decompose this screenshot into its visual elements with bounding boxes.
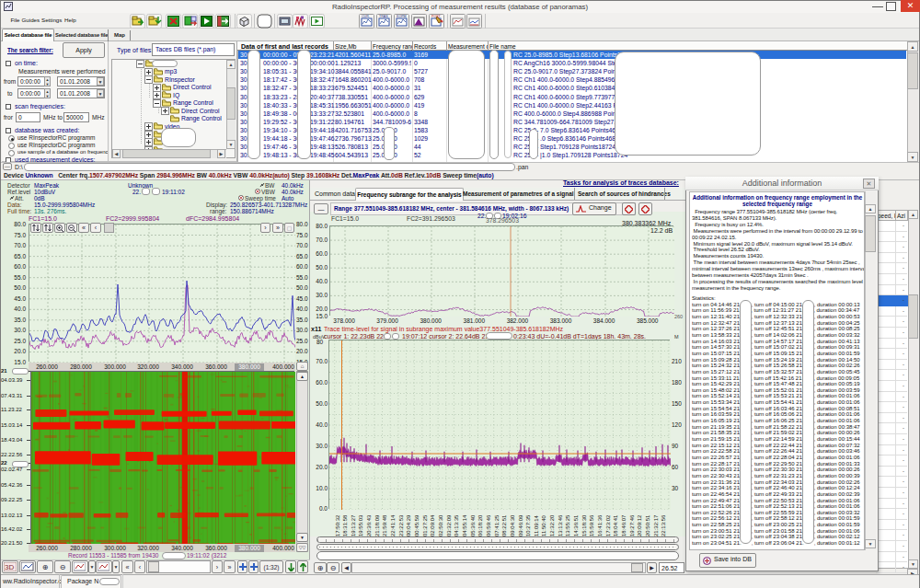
svg-text:TRAS: TRAS xyxy=(379,15,388,18)
svg-text:CUR.: CUR. xyxy=(362,15,370,18)
svg-text:POST: POST xyxy=(431,15,442,18)
svg-text:3D: 3D xyxy=(5,563,14,571)
svg-text:KOPM: KOPM xyxy=(397,15,407,18)
